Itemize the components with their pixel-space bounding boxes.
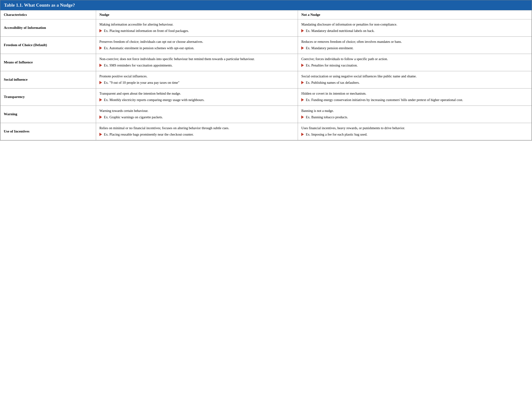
nudge-text-5: Warning towards certain behaviour. [99,108,294,113]
not-nudge-cell-5: Banning is not a nudge.Ex. Banning tobac… [298,106,532,123]
nudge-cell-5: Warning towards certain behaviour.Ex. Gr… [96,106,298,123]
nudge-arrow-icon-4 [99,98,102,103]
not-nudge-bullet-6: Ex. Imposing a fee for each plastic bag … [301,132,528,138]
nudge-bullet-2: Ex. SMS reminders for vaccination appoin… [99,63,294,68]
not-nudge-bullet-4: Ex. Funding energy conservation initiati… [301,97,528,103]
nudge-bullet-text-4: Ex. Monthly electricity reports comparin… [104,97,294,102]
nudge-text-1: Preserves freedom of choice; individuals… [99,39,294,44]
nudge-bullet-5: Ex. Graphic warnings on cigarette packet… [99,115,294,120]
not-nudge-text-6: Uses financial incentives, heavy rewards… [301,125,528,130]
not-nudge-arrow-icon-0 [301,29,304,34]
not-nudge-text-1: Reduces or removes freedom of choice; of… [301,39,528,44]
not-nudge-bullet-1: Ex. Mandatory pension enrolment. [301,45,528,51]
not-nudge-arrow-icon-2 [301,63,304,68]
not-nudge-bullet-text-6: Ex. Imposing a fee for each plastic bag … [306,132,528,137]
characteristic-cell-0: Accessibility of Information [0,19,96,37]
not-nudge-cell-3: Social ostracization or using negative s… [298,71,532,88]
not-nudge-cell-6: Uses financial incentives, heavy rewards… [298,123,532,140]
nudge-arrow-icon-0 [99,29,102,34]
nudge-cell-2: Non-coercive; does not force individuals… [96,54,298,71]
characteristic-cell-1: Freedom of Choice (Default) [0,36,96,54]
not-nudge-bullet-text-5: Ex. Banning tobacco products. [306,115,528,120]
nudge-text-2: Non-coercive; does not force individuals… [99,56,294,62]
characteristic-cell-4: Transparency [0,88,96,106]
nudge-cell-6: Relies on minimal or no financial incent… [96,123,298,140]
nudge-cell-0: Making information accessible for alteri… [96,19,298,37]
not-nudge-bullet-3: Ex. Publishing names of tax defaulters. [301,80,528,86]
col-header-nudge: Nudge [96,10,298,19]
nudge-bullet-text-6: Ex. Placing reusable bags prominently ne… [104,132,294,137]
not-nudge-text-2: Coercive; forces individuals to follow a… [301,56,528,62]
table-title: Table 1.1. What Counts as a Nudge? [0,0,532,10]
nudge-bullet-1: Ex. Automatic enrolment in pension schem… [99,45,294,51]
not-nudge-bullet-5: Ex. Banning tobacco products. [301,115,528,120]
nudge-bullet-3: Ex. "9 out of 10 people in your area pay… [99,80,294,86]
nudge-bullet-0: Ex. Placing nutritional information on f… [99,28,294,34]
characteristic-cell-2: Means of Influence [0,54,96,71]
col-header-characteristics: Characteristics [0,10,96,19]
nudge-text-4: Transparent and open about the intention… [99,91,294,96]
nudge-arrow-icon-1 [99,46,102,51]
not-nudge-cell-2: Coercive; forces individuals to follow a… [298,54,532,71]
not-nudge-arrow-icon-4 [301,98,304,103]
nudge-arrow-icon-5 [99,115,102,120]
not-nudge-arrow-icon-1 [301,46,304,51]
not-nudge-text-4: Hidden or covert in its intention or mec… [301,91,528,96]
not-nudge-bullet-0: Ex. Mandatory detailed nutritional label… [301,28,528,34]
not-nudge-bullet-text-1: Ex. Mandatory pension enrolment. [306,45,528,51]
not-nudge-bullet-text-4: Ex. Funding energy conservation initiati… [306,97,528,102]
nudge-text-3: Promote positive social influences. [99,73,294,79]
not-nudge-cell-1: Reduces or removes freedom of choice; of… [298,36,532,54]
nudge-bullet-text-5: Ex. Graphic warnings on cigarette packet… [104,115,294,120]
nudge-text-0: Making information accessible for alteri… [99,22,294,27]
not-nudge-bullet-2: Ex. Penalties for missing vaccination. [301,63,528,68]
nudge-bullet-text-0: Ex. Placing nutritional information on f… [104,28,294,33]
nudge-arrow-icon-3 [99,80,102,86]
nudge-arrow-icon-2 [99,63,102,68]
nudge-cell-4: Transparent and open about the intention… [96,88,298,106]
nudge-bullet-4: Ex. Monthly electricity reports comparin… [99,97,294,103]
characteristic-cell-3: Social influence [0,71,96,88]
nudge-bullet-6: Ex. Placing reusable bags prominently ne… [99,132,294,138]
not-nudge-cell-0: Mandating disclosure of information or p… [298,19,532,37]
characteristic-cell-6: Use of Incentives [0,123,96,140]
not-nudge-text-0: Mandating disclosure of information or p… [301,22,528,27]
not-nudge-text-5: Banning is not a nudge. [301,108,528,113]
not-nudge-arrow-icon-3 [301,80,304,86]
not-nudge-bullet-text-0: Ex. Mandatory detailed nutritional label… [306,28,528,33]
nudge-cell-3: Promote positive social influences.Ex. "… [96,71,298,88]
nudge-arrow-icon-6 [99,132,102,138]
nudge-text-6: Relies on minimal or no financial incent… [99,125,294,130]
not-nudge-cell-4: Hidden or covert in its intention or mec… [298,88,532,106]
not-nudge-bullet-text-2: Ex. Penalties for missing vaccination. [306,63,528,68]
not-nudge-arrow-icon-5 [301,115,304,120]
nudge-bullet-text-1: Ex. Automatic enrolment in pension schem… [104,45,294,51]
nudge-bullet-text-3: Ex. "9 out of 10 people in your area pay… [104,80,294,85]
col-header-not-nudge: Not a Nudge [298,10,532,19]
table-container: Table 1.1. What Counts as a Nudge? Chara… [0,0,532,141]
not-nudge-text-3: Social ostracization or using negative s… [301,73,528,79]
nudge-cell-1: Preserves freedom of choice; individuals… [96,36,298,54]
nudge-bullet-text-2: Ex. SMS reminders for vaccination appoin… [104,63,294,68]
nudge-table: Characteristics Nudge Not a Nudge Access… [0,10,532,140]
not-nudge-arrow-icon-6 [301,132,304,138]
not-nudge-bullet-text-3: Ex. Publishing names of tax defaulters. [306,80,528,85]
characteristic-cell-5: Warning [0,106,96,123]
